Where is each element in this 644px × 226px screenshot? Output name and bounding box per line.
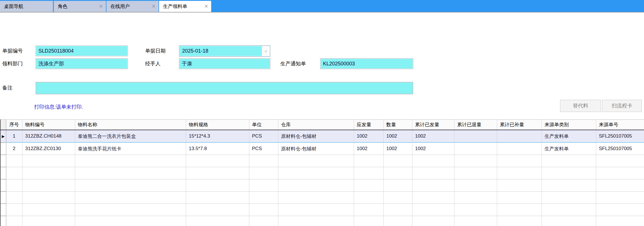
cell-seq[interactable] <box>6 204 22 216</box>
cell-spec[interactable] <box>186 204 249 216</box>
cell-qty[interactable] <box>383 204 412 216</box>
tab-desktop-nav[interactable]: 桌面导航 <box>0 1 53 12</box>
col-material-name[interactable]: 物料名称 <box>75 120 186 130</box>
cell-name[interactable]: 泰迪熊洗手花片纸卡 <box>75 142 186 155</box>
cell-spec[interactable] <box>186 167 249 179</box>
cell-source_type[interactable] <box>542 192 596 204</box>
cell-spec[interactable] <box>186 155 249 167</box>
cell-replenished_qty[interactable] <box>497 192 542 204</box>
empty-table-row[interactable] <box>0 204 644 216</box>
tab-roles[interactable]: 角色 ✕ <box>54 1 106 12</box>
cell-name[interactable] <box>75 179 186 192</box>
cell-issued_qty[interactable] <box>412 216 454 226</box>
cell-due_qty[interactable] <box>354 167 383 179</box>
cell-unit[interactable] <box>249 216 278 226</box>
cell-seq[interactable] <box>6 155 22 167</box>
cell-source_no[interactable]: SFL250107005 <box>596 142 644 155</box>
cell-due_qty[interactable]: 1002 <box>354 142 383 155</box>
col-source-type[interactable]: 来源单类别 <box>542 120 596 130</box>
cell-seq[interactable] <box>6 179 22 192</box>
substitute-material-button[interactable]: 替代料 <box>560 100 601 112</box>
cell-warehouse[interactable] <box>278 167 354 179</box>
cell-spec[interactable] <box>186 192 249 204</box>
cell-unit[interactable]: PCS <box>249 130 278 142</box>
cell-unit[interactable] <box>249 155 278 167</box>
close-tab-icon[interactable]: ✕ <box>202 4 208 9</box>
cell-seq[interactable]: 1 <box>6 130 22 142</box>
col-source-no[interactable]: 来源单号 <box>596 120 644 130</box>
cell-returned_qty[interactable] <box>454 167 497 179</box>
cell-spec[interactable]: 15*12*4.3 <box>186 130 249 142</box>
row-selector-cell[interactable] <box>0 167 6 179</box>
cell-code[interactable] <box>22 179 75 192</box>
cell-due_qty[interactable]: 1002 <box>354 130 383 142</box>
cell-qty[interactable]: 1002 <box>383 130 412 142</box>
dept-field[interactable]: 洗涤生产部 <box>36 58 128 69</box>
cell-returned_qty[interactable] <box>454 204 497 216</box>
cell-source_type[interactable]: 生产发料单 <box>542 130 596 142</box>
cell-code[interactable] <box>22 216 75 226</box>
row-selector-cell[interactable] <box>0 179 6 192</box>
cell-issued_qty[interactable] <box>412 167 454 179</box>
cell-name[interactable] <box>75 167 186 179</box>
cell-due_qty[interactable] <box>354 204 383 216</box>
col-returned-qty[interactable]: 累计已退量 <box>454 120 497 130</box>
cell-returned_qty[interactable] <box>454 155 497 167</box>
cell-name[interactable] <box>75 204 186 216</box>
empty-table-row[interactable] <box>0 179 644 192</box>
cell-spec[interactable]: 13.5*7.8 <box>186 142 249 155</box>
cell-code[interactable] <box>22 192 75 204</box>
cell-returned_qty[interactable] <box>454 130 497 142</box>
cell-source_no[interactable] <box>596 167 644 179</box>
cell-code[interactable] <box>22 204 75 216</box>
col-warehouse[interactable]: 仓库 <box>278 120 354 130</box>
cell-returned_qty[interactable] <box>454 179 497 192</box>
cell-replenished_qty[interactable] <box>497 179 542 192</box>
cell-warehouse[interactable] <box>278 216 354 226</box>
row-selector-cell[interactable] <box>0 155 6 167</box>
cell-issued_qty[interactable]: 1002 <box>412 130 454 142</box>
doc-no-field[interactable]: SLD250118004 <box>36 45 128 56</box>
cell-issued_qty[interactable] <box>412 179 454 192</box>
col-material-spec[interactable]: 物料规格 <box>186 120 249 130</box>
handler-field[interactable]: 于康 <box>179 58 270 69</box>
cell-warehouse[interactable]: 原材料仓-包辅材 <box>278 130 354 142</box>
cell-issued_qty[interactable] <box>412 155 454 167</box>
cell-name[interactable] <box>75 216 186 226</box>
empty-table-row[interactable] <box>0 167 644 179</box>
cell-source_type[interactable] <box>542 155 596 167</box>
cell-source_no[interactable] <box>596 179 644 192</box>
table-row[interactable]: 2312ZBZ.ZC0130泰迪熊洗手花片纸卡13.5*7.8PCS原材料仓-包… <box>0 142 644 155</box>
cell-qty[interactable]: 1002 <box>383 142 412 155</box>
tab-production-requisition[interactable]: 生产领料单 ✕ <box>159 1 211 12</box>
row-selector-cell[interactable] <box>0 192 6 204</box>
date-dropdown-button[interactable]: ∨ <box>262 46 270 56</box>
cell-unit[interactable]: PCS <box>249 142 278 155</box>
empty-table-row[interactable] <box>0 216 644 226</box>
cell-issued_qty[interactable] <box>412 192 454 204</box>
scan-flow-card-button[interactable]: 扫流程卡 <box>602 100 642 112</box>
cell-warehouse[interactable] <box>278 204 354 216</box>
cell-warehouse[interactable] <box>278 192 354 204</box>
row-selector-cell[interactable] <box>0 142 6 155</box>
tab-online-users[interactable]: 在线用户 ✕ <box>106 1 159 12</box>
cell-code[interactable] <box>22 155 75 167</box>
cell-source_type[interactable] <box>542 204 596 216</box>
cell-qty[interactable] <box>383 192 412 204</box>
cell-source_type[interactable] <box>542 167 596 179</box>
cell-replenished_qty[interactable] <box>497 204 542 216</box>
cell-unit[interactable] <box>249 167 278 179</box>
cell-seq[interactable] <box>6 192 22 204</box>
col-issued-qty[interactable]: 累计已发量 <box>412 120 454 130</box>
cell-seq[interactable]: 2 <box>6 142 22 155</box>
cell-returned_qty[interactable] <box>454 192 497 204</box>
cell-source_type[interactable]: 生产发料单 <box>542 142 596 155</box>
cell-qty[interactable] <box>383 216 412 226</box>
empty-table-row[interactable] <box>0 155 644 167</box>
table-row[interactable]: ▶1312ZBZ.CH0148泰迪熊二合一洗衣片包装盒15*12*4.3PCS原… <box>0 130 644 142</box>
cell-qty[interactable] <box>383 179 412 192</box>
cell-unit[interactable] <box>249 192 278 204</box>
cell-due_qty[interactable] <box>354 179 383 192</box>
cell-spec[interactable] <box>186 216 249 226</box>
col-replenished-qty[interactable]: 累计已补量 <box>497 120 542 130</box>
